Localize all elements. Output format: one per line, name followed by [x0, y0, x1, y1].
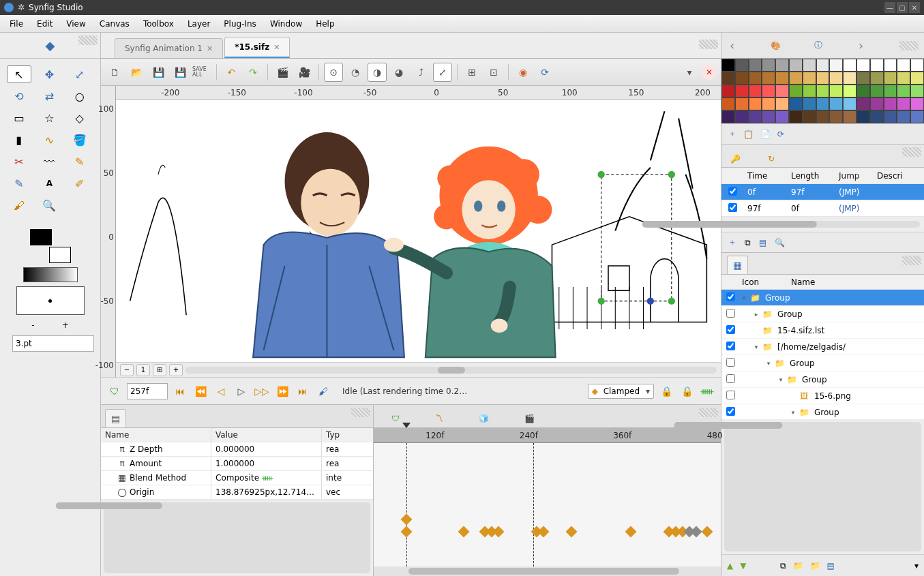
foreground-swatch[interactable] [30, 229, 52, 245]
tool-bucket[interactable]: 🪣 [68, 131, 92, 149]
palette-swatch[interactable] [856, 110, 870, 123]
palette-swatch[interactable] [843, 85, 856, 97]
palette-swatch[interactable] [870, 97, 884, 110]
tool-rectangle[interactable]: ▭ [7, 109, 31, 127]
palette-swatch[interactable] [843, 72, 856, 85]
tool-width[interactable]: ✎ [68, 153, 92, 170]
save-palette-icon[interactable]: 📋 [743, 130, 754, 139]
keyframe-marker[interactable] [401, 526, 413, 538]
palette-swatch[interactable] [897, 85, 910, 97]
lower-layer-icon[interactable]: ▼ [740, 561, 746, 571]
layers-tab[interactable]: ▦ [727, 256, 748, 274]
history-tab-icon[interactable]: ↻ [764, 151, 778, 167]
palette-swatch[interactable] [897, 97, 910, 110]
redo-icon[interactable]: ↷ [243, 63, 263, 82]
raise-layer-icon[interactable]: ▲ [727, 561, 733, 571]
tab-doc-1[interactable]: Synfig Animation 1 ✕ [115, 38, 223, 58]
palette-swatch[interactable] [789, 72, 803, 85]
param-row[interactable]: πZ Depth0.000000rea [101, 442, 373, 457]
palette-swatch[interactable] [749, 59, 762, 72]
layer-row[interactable]: ▸📁Group [721, 306, 924, 322]
layer-visible-checkbox[interactable] [726, 391, 735, 399]
add-keyframe-icon[interactable]: ＋ [728, 237, 736, 248]
palette-swatch[interactable] [762, 72, 775, 85]
menu-edit[interactable]: Edit [30, 16, 59, 31]
palette-swatch[interactable] [870, 72, 884, 85]
palette-swatch[interactable] [910, 72, 924, 85]
palette-swatch[interactable] [884, 72, 897, 85]
panel-grip[interactable] [899, 41, 919, 50]
save-as-icon[interactable]: 💾 [170, 63, 190, 82]
tool-zoom[interactable]: 🔍 [37, 196, 61, 214]
palette-swatch[interactable] [721, 72, 735, 85]
palette-swatch[interactable] [735, 72, 749, 85]
palette-swatch[interactable] [749, 97, 762, 110]
palette-swatch[interactable] [870, 110, 884, 123]
palette-swatch[interactable] [884, 110, 897, 123]
nav-prev-icon[interactable]: ‹ [727, 35, 737, 55]
tool-spline[interactable]: ∿ [37, 131, 61, 149]
palette-swatch[interactable] [910, 97, 924, 110]
param-value[interactable]: 1.000000 [211, 457, 322, 470]
palette-swatch[interactable] [829, 97, 843, 110]
palette-swatch[interactable] [816, 59, 830, 72]
keyframe-marker[interactable] [458, 526, 470, 538]
new-file-icon[interactable]: 🗋 [105, 63, 124, 82]
palette-swatch[interactable] [775, 110, 789, 123]
panel-grip[interactable] [699, 408, 718, 417]
palette-swatch[interactable] [721, 110, 735, 123]
palette-swatch[interactable] [843, 59, 856, 72]
group-icon[interactable]: ⧉ [780, 561, 786, 571]
seek-prev-frame-icon[interactable]: ◁ [213, 383, 229, 399]
history-tab[interactable]: 🧊 [475, 410, 493, 427]
palette-swatch[interactable] [762, 97, 775, 110]
palette-swatch[interactable] [897, 72, 910, 85]
keyframe-jump-link[interactable]: (JMP) [839, 187, 877, 197]
stop-render-icon[interactable]: ✕ [702, 65, 717, 80]
col-type[interactable]: Typ [322, 428, 373, 442]
col-jump[interactable]: Jump [839, 171, 877, 181]
grid-icon[interactable]: ⊞ [462, 63, 481, 82]
palette-swatch[interactable] [884, 97, 897, 110]
palette-swatch[interactable] [816, 85, 830, 97]
onion-next-icon[interactable]: ◕ [389, 63, 408, 82]
interpolation-select[interactable]: Clamped [588, 384, 654, 399]
tl-cursor-icon[interactable] [402, 423, 411, 428]
preview-icon[interactable]: 🎥 [295, 63, 314, 82]
palette-swatch[interactable] [775, 85, 789, 97]
new-layer-icon[interactable]: 📁 [793, 561, 803, 571]
play-icon[interactable]: ▷ [233, 383, 250, 399]
nav-next-icon[interactable]: › [856, 35, 866, 55]
seek-next-frame-icon[interactable]: ▷▷ [254, 383, 270, 399]
palette-swatch[interactable] [803, 59, 816, 72]
palette-swatch[interactable] [870, 59, 884, 72]
palette-swatch[interactable] [721, 85, 735, 97]
layer-visible-checkbox[interactable] [726, 292, 735, 301]
panel-grip[interactable] [351, 408, 370, 417]
seek-prev-kf-icon[interactable]: ⏪ [192, 383, 209, 399]
tool-brush[interactable]: 🖌 [7, 196, 31, 214]
layer-row[interactable]: 📁15-4.sifz.lst [721, 322, 924, 339]
save-icon[interactable]: 💾 [149, 63, 168, 82]
open-file-icon[interactable]: 📂 [127, 63, 146, 82]
layer-row[interactable]: ▾📁[/home/zelgadis/ [721, 339, 924, 355]
color-swatches[interactable] [30, 229, 71, 263]
keyframes-tab-icon[interactable]: 🔑 [727, 151, 744, 167]
info-tab-icon[interactable]: ⓘ [814, 40, 822, 51]
expand-toggle-icon[interactable]: ▾ [764, 360, 773, 367]
timeline-ruler[interactable]: 120f 240f 360f 480 [374, 428, 721, 443]
add-color-icon[interactable]: ＋ [728, 128, 736, 140]
brush-size-input[interactable] [12, 335, 94, 352]
sets-tab[interactable]: 🎬 [520, 410, 539, 427]
delete-keyframe-icon[interactable]: ▤ [759, 238, 766, 247]
layer-menu-icon[interactable]: ▾ [914, 561, 919, 571]
seek-start-icon[interactable]: ⏮ [172, 383, 188, 399]
palette-swatch[interactable] [762, 59, 775, 72]
layer-row[interactable]: ▾📁Group [721, 372, 924, 388]
palette-swatch[interactable] [910, 85, 924, 97]
panel-grip[interactable] [902, 256, 921, 265]
palette-swatch[interactable] [789, 85, 803, 97]
refresh-palette-icon[interactable]: ⟳ [777, 130, 784, 139]
seek-end-icon[interactable]: ⏭ [295, 383, 311, 399]
col-icon[interactable]: Icon [739, 277, 787, 287]
